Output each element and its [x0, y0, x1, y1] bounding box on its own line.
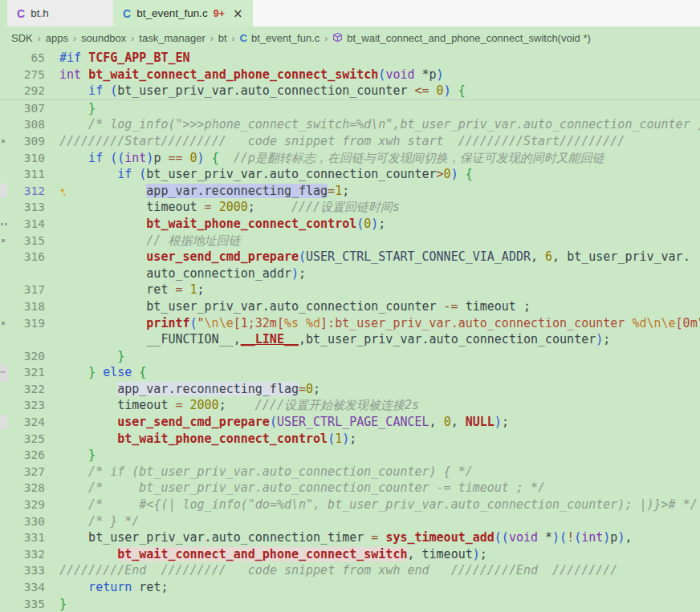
line-number[interactable]: 65 — [8, 50, 45, 67]
line-number[interactable]: 321 — [8, 364, 45, 381]
code-line[interactable]: 321} else { — [0, 364, 700, 381]
line-number[interactable] — [8, 331, 45, 348]
breadcrumb-item[interactable]: task_manager — [139, 32, 205, 44]
code-line[interactable]: 312✦✦app_var.reconnecting_flag=1; — [0, 183, 700, 200]
line-number[interactable]: 319 — [8, 315, 45, 332]
code-line[interactable]: 332bt_wait_connect_and_phone_connect_swi… — [0, 546, 700, 563]
code-line[interactable]: 322app_var.reconnecting_flag=0; — [0, 381, 700, 398]
line-number[interactable]: 316 — [8, 249, 45, 265]
breadcrumb-file[interactable]: C bt_event_fun.c — [240, 32, 320, 44]
code-line[interactable]: 323timeout = 2000; ////设置开始被发现被连接2s — [0, 397, 700, 414]
gutter-gap — [45, 464, 59, 480]
token-pl: ; — [603, 332, 610, 347]
token-pa: (( — [110, 151, 124, 165]
code-line[interactable]: 275int bt_wait_connect_and_phone_connect… — [0, 67, 700, 83]
code-text: if ((int)p == 0) { //p是翻转标志，在回链与可发现间切换，保… — [59, 150, 700, 167]
code-text: /////////End ///////// code snippet from… — [59, 562, 700, 579]
token-st: [1;32m[ — [234, 316, 284, 330]
token-es: \n\e — [646, 316, 675, 330]
line-number[interactable]: 309 — [8, 133, 45, 150]
code-line[interactable]: 330/* } */ — [0, 513, 700, 530]
code-text: int bt_wait_connect_and_phone_connect_sw… — [59, 67, 700, 83]
code-line[interactable]: __FUNCTION__,__LINE__,bt_user_priv_var.a… — [0, 331, 700, 348]
code-line[interactable]: 309/////////Start///////// code snippet … — [0, 133, 700, 150]
line-number[interactable]: 307 — [8, 100, 45, 117]
code-line[interactable]: 315// 根据地址回链 — [0, 233, 700, 249]
token-op: > — [437, 167, 444, 181]
token-pl: , — [531, 249, 545, 264]
code-line[interactable]: 316user_send_cmd_prepare(USER_CTRL_START… — [0, 249, 700, 265]
line-number[interactable]: 317 — [8, 282, 45, 298]
line-number[interactable]: 324 — [8, 414, 45, 431]
line-number[interactable]: 334 — [8, 579, 45, 596]
line-number[interactable]: 315 — [8, 233, 45, 249]
line-number[interactable]: 335 — [8, 596, 45, 612]
breadcrumb-item[interactable]: bt — [218, 32, 227, 44]
code-line[interactable]: 334return ret; — [0, 579, 700, 596]
line-number[interactable]: 292 — [8, 83, 45, 99]
token-pa: ) — [473, 547, 480, 561]
line-number[interactable]: 325 — [8, 431, 45, 448]
token-ty: void — [385, 67, 414, 82]
code-line[interactable]: 313timeout = 2000; ////设置回链时间s — [0, 199, 700, 216]
code-line[interactable]: 308/* log_info(">>>phone_connect_switch=… — [0, 116, 700, 133]
line-number[interactable]: 333 — [8, 562, 45, 579]
code-line[interactable]: 327/* if (bt_user_priv_var.auto_connecti… — [0, 464, 700, 480]
code-line[interactable]: 320} — [0, 348, 700, 365]
tab-bt-h[interactable]: C bt.h — [7, 0, 113, 26]
gutter-gap — [45, 150, 59, 167]
line-number[interactable]: 310 — [8, 150, 45, 167]
line-number[interactable]: 331 — [8, 529, 45, 546]
gutter-gap — [45, 249, 59, 265]
breadcrumb-separator: › — [324, 33, 328, 44]
code-line[interactable]: 310if ((int)p == 0) { //p是翻转标志，在回链与可发现间切… — [0, 150, 700, 167]
breadcrumb-item[interactable]: soundbox — [81, 32, 126, 44]
token-op: = — [371, 530, 378, 545]
code-line[interactable]: 307} — [0, 100, 700, 117]
code-line[interactable]: 311if (bt_user_priv_var.auto_connection_… — [0, 166, 700, 183]
line-number[interactable]: 275 — [8, 67, 45, 83]
glyph-margin — [0, 348, 8, 365]
glyph-margin — [0, 83, 8, 99]
line-number[interactable]: 327 — [8, 464, 45, 480]
token-op: = — [299, 382, 306, 396]
code-line[interactable]: 333/////////End ///////// code snippet f… — [0, 562, 700, 579]
line-number[interactable]: 330 — [8, 513, 45, 530]
line-number[interactable]: 320 — [8, 348, 45, 365]
line-number[interactable]: 332 — [8, 546, 45, 563]
code-line[interactable]: 335} — [0, 596, 700, 612]
code-line[interactable]: 317ret = 1; — [0, 282, 700, 298]
line-number[interactable]: 329 — [8, 496, 45, 513]
code-line[interactable]: 325bt_wait_phone_connect_control(1); — [0, 431, 700, 448]
code-line[interactable]: 326} — [0, 447, 700, 464]
line-number[interactable]: 314 — [8, 216, 45, 233]
line-number[interactable]: 326 — [8, 447, 45, 464]
code-line[interactable]: 328/* bt_user_priv_var.auto_connection_c… — [0, 480, 700, 496]
tab-bt-event-fun-c[interactable]: C bt_event_fun.c 9+ × — [113, 0, 253, 26]
token-ty: int — [124, 151, 146, 165]
line-number[interactable]: 312 — [8, 183, 45, 200]
line-number[interactable]: 328 — [8, 480, 45, 496]
line-number[interactable] — [8, 265, 45, 282]
token-pl: ; — [342, 184, 349, 198]
line-number[interactable]: 313 — [8, 199, 45, 216]
code-line[interactable]: auto_connection_addr); — [0, 265, 700, 282]
code-line[interactable]: 329/* #<{(| log_info("do=%d\n", bt_user_… — [0, 496, 700, 513]
code-line[interactable]: 314bt_wait_phone_connect_control(0); — [0, 216, 700, 233]
code-line[interactable]: 319printf("\n\e[1;32m[%s %d]:bt_user_pri… — [0, 315, 700, 332]
breadcrumb-symbol[interactable]: bt_wait_connect_and_phone_connect_switch… — [332, 32, 591, 45]
line-number[interactable]: 318 — [8, 298, 45, 315]
breadcrumb-item[interactable]: apps — [46, 32, 68, 44]
code-line[interactable]: 292if (bt_user_priv_var.auto_connection_… — [0, 83, 700, 99]
code-line[interactable]: 331bt_user_priv_var.auto_connection_time… — [0, 529, 700, 546]
line-number[interactable]: 322 — [8, 381, 45, 398]
line-number[interactable]: 323 — [8, 397, 45, 414]
code-line[interactable]: 65#if TCFG_APP_BT_EN — [0, 50, 700, 67]
line-number[interactable]: 308 — [8, 116, 45, 133]
line-number[interactable]: 311 — [8, 166, 45, 183]
code-line[interactable]: 318bt_user_priv_var.auto_connection_coun… — [0, 298, 700, 315]
ai-sparkle-icon[interactable]: ✦✦ — [59, 183, 70, 200]
breadcrumb-item[interactable]: SDK — [11, 32, 33, 44]
close-icon[interactable]: × — [233, 6, 243, 21]
code-line[interactable]: 324user_send_cmd_prepare(USER_CTRL_PAGE_… — [0, 414, 700, 431]
